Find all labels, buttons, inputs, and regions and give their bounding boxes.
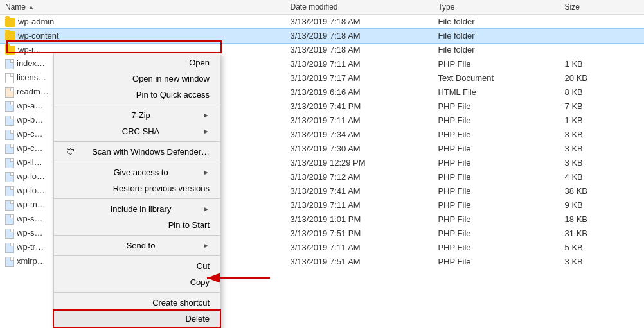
menu-item-scan-with-windows-defender…[interactable]: 🛡Scan with Windows Defender… (54, 144, 220, 160)
folder-icon (5, 31, 15, 40)
col-type[interactable]: Type (433, 0, 559, 15)
file-date: 3/13/2019 7:30 AM (285, 142, 433, 156)
file-name: wp-tr… (17, 242, 44, 252)
menu-item-send-to[interactable]: Send to► (54, 237, 220, 254)
file-type: PHP File (433, 57, 559, 71)
file-name: wp-s… (17, 214, 42, 223)
col-date[interactable]: Date modified (285, 0, 433, 15)
file-size: 5 KB (560, 241, 644, 255)
menu-item-create-shortcut[interactable]: Create shortcut (54, 295, 220, 311)
menu-item-label: Restore previous versions (113, 184, 210, 193)
file-type: PHP File (433, 156, 559, 170)
file-date: 3/13/2019 7:41 AM (285, 184, 433, 198)
menu-divider (54, 235, 220, 236)
file-size: 38 KB (560, 184, 644, 198)
file-name: wp-s… (17, 228, 42, 237)
file-date: 3/13/2019 7:51 PM (285, 227, 433, 241)
submenu-arrow: ► (203, 128, 210, 135)
delete-arrow (199, 268, 276, 288)
menu-item-label: Send to (127, 241, 156, 250)
menu-item-label: Pin to Start (168, 220, 210, 230)
file-size: 3 KB (560, 156, 644, 170)
file-type: File folder (433, 43, 559, 57)
shield-icon: 🛡 (64, 147, 76, 157)
menu-item-open[interactable]: Open (54, 55, 220, 71)
menu-item-pin-to-start[interactable]: Pin to Start (54, 217, 220, 233)
file-name: licens… (17, 73, 46, 82)
menu-item-label: Give access to (113, 168, 168, 177)
file-size: 8 KB (560, 85, 644, 99)
file-name: wp-lo… (17, 186, 45, 195)
file-date: 3/13/2019 7:12 AM (285, 170, 433, 184)
php-file-icon (5, 116, 14, 126)
file-size: 4 KB (560, 170, 644, 184)
file-type: PHP File (433, 212, 559, 227)
file-name: wp-a… (17, 101, 43, 110)
file-type: PHP File (433, 99, 559, 114)
menu-divider (54, 292, 220, 293)
php-file-icon (5, 214, 14, 225)
menu-item-include-in-library[interactable]: Include in library► (54, 201, 220, 217)
folder-icon (5, 18, 15, 27)
file-size: 20 KB (560, 71, 644, 85)
menu-divider (54, 105, 220, 105)
col-size[interactable]: Size (560, 0, 644, 15)
file-size: 18 KB (560, 212, 644, 227)
submenu-arrow: ► (203, 205, 210, 212)
file-type: PHP File (433, 227, 559, 241)
file-size: 9 KB (560, 198, 644, 212)
file-size: 1 KB (560, 57, 644, 71)
file-name: xmlrp… (17, 256, 46, 266)
file-date: 3/13/2019 12:29 PM (285, 156, 433, 170)
menu-item-open-in-new-window[interactable]: Open in new window (54, 71, 220, 87)
file-name: wp-i… (18, 45, 42, 55)
menu-divider (54, 141, 220, 142)
php-file-icon (5, 144, 14, 154)
menu-item-cut[interactable]: Cut (54, 258, 220, 274)
menu-item-delete[interactable]: Delete (54, 311, 220, 327)
file-date: 3/13/2019 7:51 AM (285, 255, 433, 269)
menu-item-copy[interactable]: Copy (54, 274, 220, 290)
file-type: File folder (433, 29, 559, 43)
file-name: wp-li… (17, 157, 42, 167)
file-size: 3 KB (560, 255, 644, 269)
menu-item-label: Include in library (111, 204, 172, 214)
menu-item-restore-previous-versions[interactable]: Restore previous versions (54, 180, 220, 196)
file-name: wp-admin (18, 17, 54, 26)
menu-divider (54, 162, 220, 162)
table-row[interactable]: wp-admin3/13/2019 7:18 AMFile folder (0, 15, 644, 29)
file-date: 3/13/2019 7:11 AM (285, 241, 433, 255)
file-date: 3/13/2019 7:18 AM (285, 29, 433, 43)
menu-item-label: Scan with Windows Defender… (92, 147, 210, 157)
file-date: 3/13/2019 7:11 AM (285, 198, 433, 212)
file-date: 3/13/2019 6:16 AM (285, 85, 433, 99)
col-name[interactable]: Name ▲ (0, 0, 285, 15)
file-type: HTML File (433, 85, 559, 99)
submenu-arrow: ► (203, 169, 210, 176)
php-file-icon (5, 130, 14, 140)
php-file-icon (5, 257, 14, 267)
file-name: wp-lo… (17, 171, 45, 181)
file-name: wp-b… (17, 115, 43, 125)
file-size (560, 43, 644, 57)
file-date: 3/13/2019 7:41 PM (285, 99, 433, 114)
context-menu: OpenOpen in new windowPin to Quick acces… (53, 53, 220, 328)
table-row[interactable]: wp-content3/13/2019 7:18 AMFile folder (0, 29, 644, 43)
menu-item-give-access-to[interactable]: Give access to► (54, 164, 220, 180)
menu-item-label: Pin to Quick access (136, 90, 210, 99)
file-size: 1 KB (560, 114, 644, 128)
file-size: 31 KB (560, 227, 644, 241)
file-name: index… (17, 58, 45, 68)
file-type: PHP File (433, 184, 559, 198)
file-date: 3/13/2019 7:18 AM (285, 15, 433, 29)
menu-item-crc-sha[interactable]: CRC SHA► (54, 123, 220, 139)
file-date: 3/13/2019 7:17 AM (285, 71, 433, 85)
file-type: Text Document (433, 71, 559, 85)
sort-arrow: ▲ (28, 4, 34, 10)
file-date: 3/13/2019 7:11 AM (285, 57, 433, 71)
menu-item-7-zip[interactable]: 7-Zip► (54, 107, 220, 123)
menu-item-pin-to-quick-access[interactable]: Pin to Quick access (54, 87, 220, 103)
submenu-arrow: ► (203, 242, 210, 249)
file-type: PHP File (433, 142, 559, 156)
file-type: PHP File (433, 114, 559, 128)
